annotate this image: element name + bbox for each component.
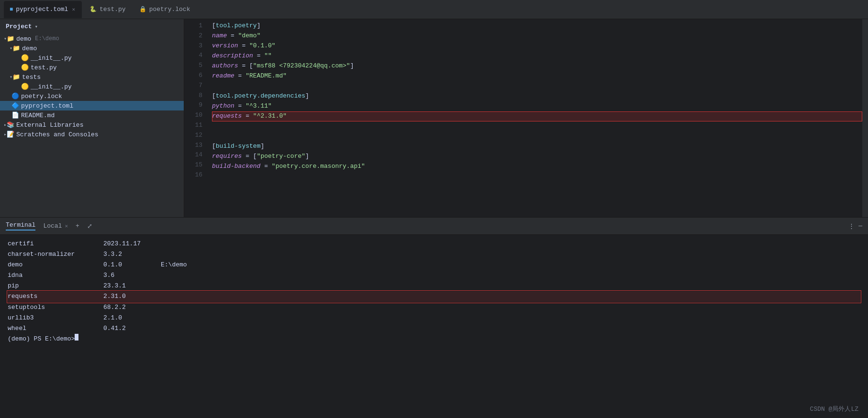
tree-item-demo-root[interactable]: ▾ 📁 demo E:\demo [0, 34, 184, 44]
code-content[interactable]: [tool.poetry] name = "demo" version = "0… [208, 19, 862, 217]
tree-label-tests: tests [22, 74, 41, 81]
terminal-add-icon[interactable]: + [76, 222, 79, 230]
terminal-tab[interactable]: Terminal [6, 221, 35, 231]
term-ver-pip: 23.3.1 [103, 281, 161, 291]
ext-libs-icon: 📚 [7, 121, 14, 129]
tab-testpy[interactable]: 🐍 test.py [84, 1, 132, 18]
tree-item-pyproject-toml[interactable]: 🔷 pyproject.toml [0, 101, 184, 110]
tree-item-init-py[interactable]: 🟡 __init__.py [0, 53, 184, 63]
terminal-row-prompt: (demo) PS E:\demo> [8, 334, 860, 344]
tree-item-poetry-lock[interactable]: 🔵 poetry.lock [0, 91, 184, 101]
terminal-expand-icon[interactable]: ⤢ [87, 222, 92, 230]
sidebar-header: Project ▾ [0, 19, 184, 34]
tree-path-demo-root: E:\demo [35, 35, 59, 42]
term-ver-certifi: 2023.11.17 [103, 239, 161, 249]
ln-1: 1 [184, 21, 202, 31]
code-line-16 [212, 172, 862, 182]
lock-icon: 🔒 [139, 6, 146, 13]
terminal-local-tab[interactable]: Local ✕ [43, 222, 68, 230]
ln-2: 2 [184, 31, 202, 41]
ln-13: 13 [184, 141, 202, 151]
ln-12: 12 [184, 131, 202, 141]
tree-item-scratches[interactable]: ▸ 📝 Scratches and Consoles [0, 130, 184, 139]
editor-area: 1 2 3 4 5 6 7 8 9 10 11 12 13 14 15 16 [184, 19, 868, 217]
tree-label-pyproject-toml: pyproject.toml [21, 102, 73, 110]
code-line-5: authors = ["msf88 <792304224@qq.com>"] [212, 61, 862, 71]
code-line-4: description = "" [212, 51, 862, 61]
terminal-row-requests: requests 2.31.0 [8, 291, 860, 302]
terminal-actions: ⋮ — [848, 222, 862, 230]
terminal-row-setuptools: setuptools 68.2.2 [8, 302, 860, 313]
tree-item-tests[interactable]: ▾ 📁 tests [0, 72, 184, 82]
terminal-more-icon[interactable]: ⋮ [848, 222, 855, 230]
term-pkg-pip: pip [8, 281, 103, 291]
code-line-12 [212, 132, 862, 142]
editor-content: 1 2 3 4 5 6 7 8 9 10 11 12 13 14 15 16 [184, 19, 868, 217]
code-line-10: requests = "^2.31.0" [212, 111, 862, 121]
ln-8: 8 [184, 91, 202, 101]
editor-scrollbar[interactable] [862, 19, 868, 217]
ln-9: 9 [184, 100, 202, 110]
sidebar: Project ▾ ▾ 📁 demo E:\demo ▾ 📁 demo 🟡 __ [0, 19, 184, 217]
code-line-3: version = "0.1.0" [212, 41, 862, 51]
terminal-prompt: (demo) PS E:\demo> [8, 334, 75, 344]
tab-pyproject[interactable]: ■ pyproject.toml ✕ [4, 1, 82, 18]
tree-item-test-py[interactable]: 🟡 test.py [0, 63, 184, 72]
term-pkg-certifi: certifi [8, 239, 103, 249]
ln-10: 10 [184, 110, 202, 121]
tree-item-demo-sub[interactable]: ▾ 📁 demo [0, 44, 184, 53]
code-line-14: requires = ["poetry-core"] [212, 152, 862, 162]
tree-label-init-py: __init__.py [31, 55, 72, 62]
toml-file-icon: 🔷 [11, 102, 19, 110]
branding-label: CSDN @局外人LZ [810, 405, 858, 413]
term-ver-urllib3: 2.1.0 [103, 313, 161, 323]
sidebar-chevron-icon: ▾ [35, 23, 38, 30]
py-icon: 🐍 [89, 6, 97, 13]
ln-11: 11 [184, 121, 202, 131]
terminal-row-certifi: certifi 2023.11.17 [8, 239, 860, 249]
terminal-row-wheel: wheel 0.41.2 [8, 323, 860, 334]
terminal-minimize-icon[interactable]: — [858, 222, 862, 230]
terminal-row-idna: idna 3.6 [8, 270, 860, 281]
terminal-row-charset: charset-normalizer 3.3.2 [8, 249, 860, 260]
terminal-row-demo: demo 0.1.0 E:\demo [8, 260, 860, 270]
tree-item-ext-libs[interactable]: ▸ 📚 External Libraries [0, 120, 184, 130]
term-ver-demo: 0.1.0 [103, 260, 161, 270]
ln-7: 7 [184, 81, 202, 91]
terminal-content[interactable]: certifi 2023.11.17 charset-normalizer 3.… [0, 235, 868, 418]
terminal-row-urllib3: urllib3 2.1.0 [8, 313, 860, 323]
term-ver-requests: 2.31.0 [103, 291, 161, 302]
terminal-local-close[interactable]: ✕ [65, 223, 68, 229]
term-ver-wheel: 0.41.2 [103, 323, 161, 334]
folder-icon: 📁 [7, 35, 14, 43]
code-line-7 [212, 81, 862, 91]
tree-item-tests-init[interactable]: 🟡 __init__.py [0, 82, 184, 91]
term-pkg-charset: charset-normalizer [8, 249, 103, 260]
tab-poetrylock[interactable]: 🔒 poetry.lock [134, 1, 196, 18]
tab-pyproject-label: pyproject.toml [16, 6, 68, 13]
tree-label-readme: README.md [21, 112, 55, 119]
editor-row: Project ▾ ▾ 📁 demo E:\demo ▾ 📁 demo 🟡 __ [0, 19, 868, 217]
ln-5: 5 [184, 61, 202, 71]
line-numbers: 1 2 3 4 5 6 7 8 9 10 11 12 13 14 15 16 [184, 19, 208, 217]
tab-pyproject-close[interactable]: ✕ [71, 6, 76, 12]
code-line-6: readme = "README.md" [212, 71, 862, 81]
tree-item-readme[interactable]: 📄 README.md [0, 110, 184, 120]
sidebar-title: Project [6, 23, 32, 30]
term-pkg-wheel: wheel [8, 323, 103, 334]
py-file-icon: 🟡 [21, 54, 29, 62]
ln-4: 4 [184, 51, 202, 61]
tab-bar: ■ pyproject.toml ✕ 🐍 test.py 🔒 poetry.lo… [0, 0, 868, 19]
term-pkg-idna: idna [8, 270, 103, 281]
term-pkg-requests: requests [8, 291, 103, 302]
code-line-13: [build-system] [212, 142, 862, 152]
code-line-8: [tool.poetry.dependencies] [212, 91, 862, 101]
tree-label-test-py: test.py [31, 64, 57, 71]
term-path-demo: E:\demo [161, 260, 187, 270]
term-pkg-setuptools: setuptools [8, 302, 103, 313]
folder-teal-icon: 📁 [12, 73, 20, 81]
terminal-panel: Terminal Local ✕ + ⤢ ⋮ — certifi 2023.11… [0, 217, 868, 418]
ln-16: 16 [184, 170, 202, 180]
md-file-icon: 📄 [11, 111, 19, 119]
term-ver-setuptools: 68.2.2 [103, 302, 161, 313]
